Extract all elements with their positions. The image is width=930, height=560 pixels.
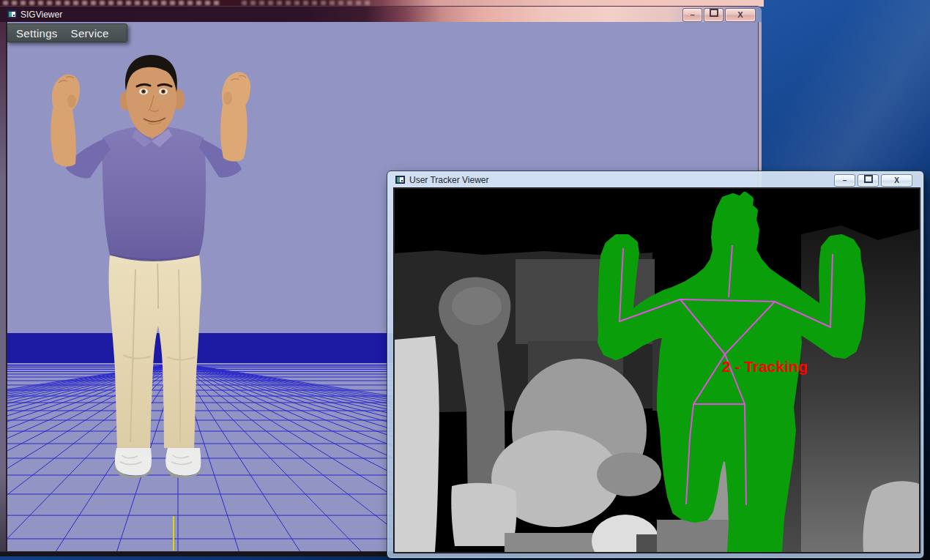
minimize-button[interactable]: –	[682, 8, 702, 22]
maximize-icon	[710, 9, 718, 17]
close-icon: X	[737, 10, 743, 19]
menu-item-service[interactable]: Service	[71, 27, 109, 40]
sigviewer-window-border	[0, 22, 7, 551]
close-button[interactable]: X	[881, 174, 912, 187]
close-icon: X	[894, 176, 899, 184]
minimize-icon: –	[843, 176, 847, 184]
tracker-window: User Tracker Viewer – X	[387, 171, 924, 559]
menu-item-settings[interactable]: Settings	[16, 27, 58, 40]
sigviewer-app-icon[interactable]	[7, 10, 17, 18]
tracker-depth-view: 2 - Tracking	[394, 188, 920, 553]
blurred-console-text	[242, 1, 373, 5]
maximize-button[interactable]	[704, 8, 723, 22]
sigviewer-menubar: Settings Service	[6, 23, 127, 42]
depth-image: 2 - Tracking	[395, 189, 919, 552]
blurred-console-text	[3, 1, 223, 5]
minimize-icon: –	[690, 10, 694, 19]
tracker-window-title: User Tracker Viewer	[409, 175, 488, 185]
maximize-icon	[864, 175, 873, 183]
sigviewer-titlebar[interactable]: SIGViewer – X	[0, 6, 762, 23]
close-button[interactable]: X	[725, 8, 756, 22]
maximize-button[interactable]	[858, 174, 879, 187]
sigviewer-window-title: SIGViewer	[21, 10, 62, 20]
tracker-app-icon[interactable]	[395, 176, 405, 184]
tracking-status-label: 2 - Tracking	[722, 358, 808, 375]
minimize-button[interactable]: –	[834, 174, 855, 187]
tracker-titlebar[interactable]: User Tracker Viewer – X	[387, 171, 923, 188]
